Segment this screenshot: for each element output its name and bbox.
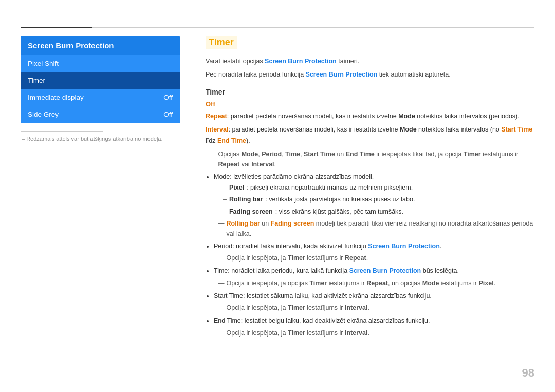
sub-fadingscreen: Fading screen: viss ekrāns kļūst gaišāks…: [223, 207, 534, 217]
sidebar: Screen Burn Protection Pixel Shift Timer…: [21, 36, 180, 142]
starttime-note: — Opcija ir iespējota, ja Timer iestatīj…: [218, 303, 534, 313]
bullet-item-period: Period: norādiet laika intervālu, kādā a…: [214, 241, 534, 264]
period-note: — Opcija ir iespējota, ja Timer iestatīj…: [218, 253, 534, 264]
section-title: Timer: [206, 36, 237, 49]
time-note: — Opcija ir iespējota, ja opcijas Timer …: [218, 278, 534, 289]
bullet-item-mode: Mode: izvēlieties parādāmo ekrāna aizsar…: [214, 172, 534, 239]
mode-note: — Rolling bar un Fading screen modeļi ti…: [218, 218, 534, 239]
bullet-item-time: Time: norādiet laika periodu, kura laikā…: [214, 266, 534, 289]
main-content: Timer Varat iestatīt opcijas Screen Burn…: [206, 36, 534, 341]
mode-subitems: Pixel: pikseļi ekrānā nepārtraukti mainā…: [223, 182, 534, 217]
sidebar-item-immediate[interactable]: Immediate display Off: [21, 89, 180, 106]
options-note: — Opcijas Mode, Period, Time, Start Time…: [210, 149, 534, 170]
content-block: Timer Off Repeat: parādiet pēctēla novēr…: [206, 88, 534, 339]
sidebar-note: – Redzamais attēls var būt atšķirīgs atk…: [21, 136, 180, 142]
bullet-list: Mode: izvēlieties parādāmo ekrāna aizsar…: [214, 172, 534, 339]
content-subtitle: Timer: [206, 88, 534, 96]
sidebar-item-timer[interactable]: Timer: [21, 72, 180, 89]
sub-rollingbar: Rolling bar: vertikāla josla pārvietojas…: [223, 194, 534, 205]
top-line-accent: [21, 27, 92, 28]
sidebar-item-pixelshift[interactable]: Pixel Shift: [21, 55, 180, 72]
page-number: 98: [522, 366, 534, 380]
sidebar-divider: [21, 131, 103, 132]
off-label: Off: [206, 100, 534, 108]
sidebar-item-sidegrey[interactable]: Side Grey Off: [21, 106, 180, 123]
bullet-item-starttime: Start Time: iestatiet sākuma laiku, kad …: [214, 291, 534, 314]
intro-text-1: Varat iestatīt opcijas Screen Burn Prote…: [206, 56, 534, 66]
repeat-text: Repeat: parādiet pēctēla novēršanas mode…: [206, 111, 534, 122]
interval-text: Interval: parādiet pēctēla novēršanas mo…: [206, 124, 534, 146]
intro-bold-2: Screen Burn Protection: [306, 71, 378, 78]
sub-pixel: Pixel: pikseļi ekrānā nepārtraukti mainā…: [223, 182, 534, 193]
intro-bold-1: Screen Burn Protection: [265, 58, 337, 65]
endtime-note: — Opcija ir iespējota, ja Timer iestatīj…: [218, 328, 534, 339]
intro-text-2: Pēc norādītā laika perioda funkcija Scre…: [206, 69, 534, 80]
bullet-item-endtime: End Time: iestatiet beigu laiku, kad dea…: [214, 315, 534, 339]
top-line-full: [21, 27, 534, 28]
sidebar-title: Screen Burn Protection: [21, 36, 180, 55]
